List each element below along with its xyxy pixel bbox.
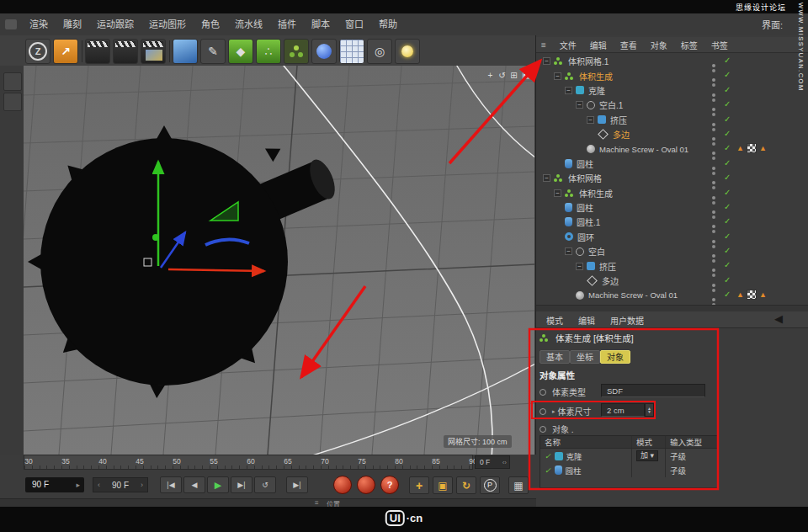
expander-icon[interactable]: − [565,87,572,94]
om-menu-tags[interactable]: 标签 [674,39,704,51]
snap-grid-button[interactable]: ▦ [508,476,529,494]
animation-dot-icon[interactable] [540,408,546,415]
tree-item-label[interactable]: 空白 [588,245,605,258]
fan-housing-mesh[interactable] [28,125,330,398]
expander-icon[interactable]: − [543,174,550,182]
render-view-button[interactable] [333,476,352,494]
timeline-ruler[interactable]: 30 35 40 45 50 55 60 65 70 75 80 85 90 [24,455,473,470]
interface-label[interactable]: 界面: [762,18,783,31]
tree-item[interactable]: 圆环 ✓ [536,230,808,244]
enabled-check-icon[interactable]: ✓ [724,246,731,255]
tree-item-label[interactable]: 空白.1 [599,98,623,111]
row-check-icon[interactable]: ✓ [545,466,551,475]
col-name[interactable]: 名称 [540,436,631,448]
om-menu-edit[interactable]: 编辑 [583,39,614,51]
frame-spinner[interactable]: ‹90 F› [93,477,148,492]
attr-menu-mode[interactable]: 模式 [546,314,563,327]
enabled-check-icon[interactable]: ✓ [724,290,731,299]
light-icon[interactable] [395,39,420,64]
pen-spline-icon[interactable]: ✎ [200,39,226,64]
move-tool-button[interactable]: + [409,476,429,494]
goto-end-button[interactable]: ▶| [286,476,308,493]
tree-item-label[interactable]: 圆环 [577,231,594,243]
tree-item-label[interactable]: 体积生成 [579,187,613,200]
end-frame-field[interactable]: 0 F‹› [475,455,510,469]
pan-view-icon[interactable]: + [485,71,496,80]
attr-menu-edit[interactable]: 编辑 [578,314,595,327]
tree-item-label[interactable]: 体积网格.1 [568,55,609,67]
object-group-row[interactable]: 对象 . [540,423,574,435]
tree-item[interactable]: − 挤压 ✓ [536,113,808,127]
enabled-check-icon[interactable]: ✓ [724,188,731,197]
tree-item-label[interactable]: 多边 [613,128,630,141]
zoom-view-icon[interactable]: ⊞ [508,71,519,80]
panel-menu-icon[interactable]: ≡ [541,40,546,50]
subdivision-surface-icon[interactable]: ◆ [228,39,253,64]
menu-pipeline[interactable]: 流水线 [227,14,270,35]
tree-item[interactable]: − 空白.1 ✓ [536,98,808,112]
enabled-check-icon[interactable]: ✓ [724,275,731,285]
toggle-view-icon[interactable]: ▣ [520,71,531,80]
enabled-check-icon[interactable]: ✓ [724,231,731,241]
play-button[interactable]: ▶ [207,476,229,493]
camera-icon[interactable]: ◎ [367,39,392,64]
axis-handle-dot[interactable] [152,234,159,241]
deformer-icon[interactable] [311,39,337,64]
menu-motion-tracking[interactable]: 运动跟踪 [89,14,141,35]
animation-dot-icon[interactable] [540,426,546,433]
tree-item[interactable]: − 克隆 ✓ [536,83,808,98]
voxel-size-input[interactable]: 2 cm [601,403,645,417]
tree-item-label[interactable]: 克隆 [588,84,605,97]
enabled-check-icon[interactable]: ✓ [724,173,731,182]
om-menu-object[interactable]: 对象 [644,39,674,51]
expand-arrow-icon[interactable]: ▸ [552,408,556,415]
volume-builder-icon[interactable] [284,39,309,64]
enabled-check-icon[interactable]: ✓ [724,129,731,138]
row-check-icon[interactable]: ✓ [545,452,551,460]
expander-icon[interactable]: − [576,101,583,109]
tree-item[interactable]: − 体积网格 ✓ [536,171,808,185]
tree-item[interactable]: − 空白 ✓ [536,244,808,258]
table-row[interactable]: ✓ 克隆 加 ▾ 子级 [540,449,717,463]
render-picture-viewer-icon[interactable] [113,39,138,64]
tree-item-label[interactable]: 挤压 [599,260,616,273]
projection-button[interactable]: P [480,476,500,494]
voxel-size-stepper[interactable]: ▲▼ [645,403,654,417]
app-menu-icon[interactable] [5,19,17,29]
mode-dropdown[interactable]: 加 ▾ [636,450,658,461]
next-frame-button[interactable]: ▶| [231,476,252,493]
enabled-check-icon[interactable]: ✓ [724,260,731,269]
menu-render[interactable]: 渲染 [22,14,56,35]
expander-icon[interactable]: − [576,263,583,270]
floor-environment-icon[interactable] [339,39,364,64]
tree-item-label[interactable]: 圆柱.1 [577,215,600,228]
visibility-dots[interactable] [712,290,715,305]
menu-help[interactable]: 帮助 [371,14,405,35]
enabled-check-icon[interactable]: ✓ [724,70,731,79]
tree-item[interactable]: − 体积生成 ✓ [536,186,808,200]
col-mode[interactable]: 模式 [631,436,665,448]
menu-sculpt[interactable]: 雕刻 [56,14,89,35]
menu-character[interactable]: 角色 [194,14,227,35]
attr-menu-userdata[interactable]: 用户数据 [610,314,644,327]
select-move-icon[interactable]: ↗ [53,39,78,64]
tree-item[interactable]: − 体积生成 ✓ [536,68,808,82]
table-row[interactable]: ✓ 圆柱 子级 [540,463,717,477]
tree-item-label[interactable]: Machine Screw - Oval 01 [599,145,688,154]
enabled-check-icon[interactable]: ✓ [724,158,731,168]
orbit-view-icon[interactable]: ↺ [497,71,508,80]
undo-history-icon[interactable]: Z [25,39,50,64]
enabled-check-icon[interactable]: ✓ [724,143,731,152]
render-view-icon[interactable] [85,39,110,64]
collapse-panel-icon[interactable]: ◀ [774,312,783,325]
tree-item[interactable]: − 挤压 ✓ [536,258,808,273]
add-cube-icon[interactable] [173,39,198,64]
tab-coordinates[interactable]: 坐标 [570,350,600,364]
left-toolbar-icon[interactable] [3,72,22,91]
goto-start-button[interactable]: |◀ [160,476,182,493]
enabled-check-icon[interactable]: ✓ [724,114,731,124]
expander-icon[interactable]: − [554,189,561,197]
tree-item[interactable]: 圆柱 ✓ [536,157,808,171]
workplane-tool-button[interactable]: ▣ [433,476,453,494]
enabled-check-icon[interactable]: ✓ [724,85,731,94]
